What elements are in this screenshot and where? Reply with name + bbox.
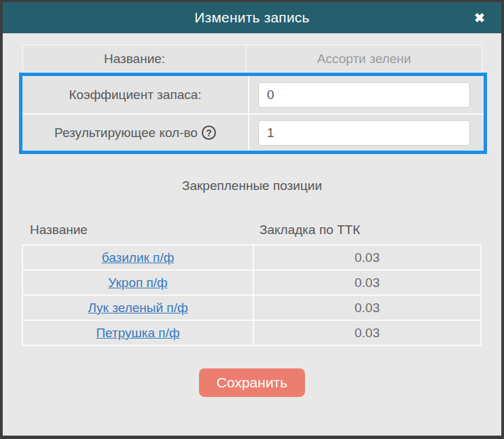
table-row: Укроп п/ф 0.03 [23,269,480,294]
position-link[interactable]: базилик п/ф [102,250,175,265]
stock-coefficient-input[interactable] [258,82,470,108]
pinned-positions-heading: Закрепленные позиции [22,178,482,193]
modal-header: Изменить запись ✖ [3,2,501,33]
help-icon[interactable]: ? [202,126,216,140]
save-button[interactable]: Сохранить [199,368,305,397]
position-link[interactable]: Петрушка п/ф [96,326,179,341]
name-label: Название: [22,45,247,73]
form-row-name: Название: Ассорти зелени [22,45,482,73]
table-row: базилик п/ф 0.03 [23,244,480,269]
positions-table-header: Название Закладка по ТТК [22,215,482,244]
resulting-quantity-label-text: Результирующее кол-во [54,126,198,140]
resulting-quantity-label: Результирующее кол-во ? [22,115,249,151]
positions-table-body: базилик п/ф 0.03 Укроп п/ф 0.03 Лук зеле… [22,244,482,346]
table-row: Петрушка п/ф 0.03 [23,320,480,345]
stock-coefficient-cell [249,76,484,113]
modal-body: Название: Ассорти зелени Коэффициент зап… [3,33,501,436]
position-link[interactable]: Укроп п/ф [108,275,167,290]
position-value: 0.03 [254,271,480,294]
table-row: Лук зеленый п/ф 0.03 [23,294,480,320]
stock-coefficient-label: Коэффициент запаса: [22,76,249,113]
name-value: Ассорти зелени [247,45,482,73]
modal-title: Изменить запись [194,9,309,26]
column-header-ttk: Закладка по ТТК [254,223,482,237]
button-bar: Сохранить [22,368,482,397]
position-link[interactable]: Лук зеленый п/ф [88,301,187,316]
position-value: 0.03 [254,246,480,269]
pinned-positions-table: Название Закладка по ТТК базилик п/ф 0.0… [22,215,482,346]
highlighted-fields-box: Коэффициент запаса: Результирующее кол-в… [19,73,487,154]
form-row-resulting-quantity: Результирующее кол-во ? [22,113,484,151]
position-value: 0.03 [254,321,480,345]
resulting-quantity-cell [249,115,484,151]
resulting-quantity-input[interactable] [258,120,470,146]
close-icon[interactable]: ✖ [474,12,485,24]
edit-record-modal: Изменить запись ✖ Название: Ассорти зеле… [0,0,504,439]
position-value: 0.03 [254,296,480,320]
column-header-name: Название [22,223,254,237]
form-row-stock-coefficient: Коэффициент запаса: [22,76,484,113]
